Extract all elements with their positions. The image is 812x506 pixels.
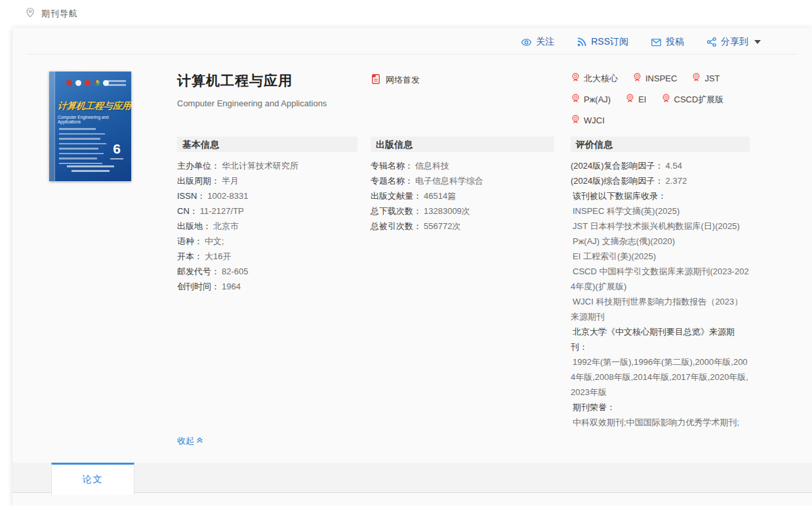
- basic-info-item: CN：11-2127/TP: [177, 203, 357, 219]
- journal-badge: WJCI: [571, 114, 605, 127]
- cover-title: 计算机工程与应用: [57, 100, 129, 112]
- publish-info-header: 出版信息: [371, 137, 554, 152]
- cover-issn-lines: [108, 80, 126, 88]
- cover-publisher-lines: [49, 165, 131, 175]
- location-pin-icon: [25, 7, 35, 20]
- journal-badge: 北大核心: [571, 72, 618, 85]
- publish-info-item: 出版文献量：46514篇: [371, 188, 554, 203]
- journal-badge: JST: [691, 72, 720, 85]
- basic-info-item: 创刊时间：1964: [177, 279, 357, 294]
- basic-info-column: 基本信息 主办单位：华北计算技术研究所 出版周期：半月: [177, 137, 357, 430]
- journal-cover[interactable]: 计算机工程与应用 Computer Engineering and Applic…: [49, 72, 131, 181]
- evaluation-line: 1992年(第一版),1996年(第二版),2000年版,2004年版,2008…: [571, 354, 750, 400]
- share-button[interactable]: 分享到: [706, 36, 761, 48]
- envelope-icon: [651, 37, 662, 48]
- badge-label: INSPEC: [645, 74, 677, 83]
- medal-icon: [632, 72, 642, 85]
- evaluation-line: 该刊被以下数据库收录：: [571, 188, 750, 203]
- tab-strip: 论文: [12, 463, 812, 493]
- journal-badge: INSPEC: [632, 72, 677, 85]
- publish-info-item: 专辑名称：信息科技: [371, 158, 554, 173]
- publish-info-item: 总下载次数：13283009次: [371, 203, 554, 219]
- evaluation-line: (2024版)综合影响因子：2.372: [571, 173, 750, 188]
- follow-button[interactable]: 关注: [521, 36, 554, 48]
- badge-label: 北大核心: [584, 73, 618, 85]
- evaluation-line: 中科双效期刊;中国国际影响力优秀学术期刊;: [571, 415, 750, 430]
- basic-info-item: 主办单位：华北计算技术研究所: [177, 158, 357, 173]
- publish-info-item: 专题名称：电子信息科学综合: [371, 173, 554, 188]
- evaluation-line: 北京大学《中文核心期刊要目总览》来源期刊：: [571, 324, 750, 354]
- rss-label: RSS订阅: [591, 36, 628, 48]
- rss-icon: [577, 37, 587, 47]
- toolbar: 关注 RSS订阅 投稿 分享到: [12, 28, 812, 54]
- cover-issue-number: 6: [110, 141, 123, 159]
- cover-logos: [66, 80, 109, 86]
- badge-label: JST: [704, 74, 720, 83]
- journal-badge: Pж(AJ): [571, 93, 611, 106]
- basic-info-item: 邮发代号：82-605: [177, 264, 357, 279]
- web-first-badge[interactable]: 网络首发: [371, 74, 420, 87]
- tab-papers[interactable]: 论文: [51, 463, 134, 495]
- follow-label: 关注: [536, 36, 554, 48]
- share-label: 分享到: [721, 36, 748, 48]
- medal-icon: [571, 72, 580, 85]
- basic-info-item: 出版地：北京市: [177, 219, 357, 234]
- cover-title-en: Computer Engineering and Applications: [58, 115, 129, 124]
- document-icon: [371, 74, 381, 87]
- publish-info-column: 出版信息 专辑名称：信息科技 专题名称：电子信息科学综合: [371, 137, 554, 430]
- journal-badge: EI: [625, 93, 646, 106]
- medal-icon: [661, 93, 671, 106]
- breadcrumb-label: 期刊导航: [41, 8, 78, 20]
- evaluation-line: 期刊荣誉：: [571, 400, 750, 415]
- caret-down-icon: [754, 40, 761, 44]
- evaluation-info-column: 评价信息 (2024版)复合影响因子：4.54 (2024版)综合影响因子：2.…: [571, 137, 750, 430]
- contribute-button[interactable]: 投稿: [651, 36, 684, 48]
- evaluation-line: EI 工程索引(美)(2025): [571, 249, 750, 264]
- badge-label: EI: [638, 95, 646, 104]
- journal-badge: CSCD扩展版: [661, 93, 724, 106]
- web-first-label: 网络首发: [386, 74, 420, 86]
- basic-info-header: 基本信息: [177, 137, 357, 152]
- journal-title: 计算机工程与应用: [177, 72, 371, 90]
- evaluation-line: Pж(AJ) 文摘杂志(俄)(2020): [571, 234, 750, 249]
- badge-label: CSCD扩展版: [674, 94, 724, 106]
- evaluation-line: CSCD 中国科学引文数据库来源期刊(2023-2024年度)(扩展版): [571, 264, 750, 294]
- badge-label: WJCI: [584, 116, 605, 125]
- medal-icon: [691, 72, 701, 85]
- evaluation-line: (2024版)复合影响因子：4.54: [571, 158, 750, 173]
- badge-list: 北大核心 INSPEC JST: [571, 72, 762, 127]
- basic-info-item: 开本：大16开: [177, 249, 357, 264]
- cover-spine: [49, 72, 55, 181]
- journal-section: 计算机工程与应用 Computer Engineering and Applic…: [12, 54, 812, 447]
- badge-label: Pж(AJ): [584, 95, 611, 104]
- chevron-double-up-icon: [195, 436, 204, 446]
- basic-info-item: 语种：中文;: [177, 234, 357, 249]
- breadcrumb: 期刊导航: [0, 0, 812, 28]
- contribute-label: 投稿: [666, 36, 684, 48]
- basic-info-item: ISSN：1002-8331: [177, 188, 357, 203]
- journal-title-en: Computer Engineering and Applications: [177, 98, 371, 108]
- evaluation-line: WJCI 科技期刊世界影响力指数报告（2023） 来源期刊: [571, 294, 750, 324]
- publish-info-item: 总被引次数：556772次: [371, 219, 554, 234]
- evaluation-line: JST 日本科学技术振兴机构数据库(日)(2025): [571, 219, 750, 234]
- basic-info-item: 出版周期：半月: [177, 173, 357, 188]
- collapse-link[interactable]: 收起: [177, 435, 204, 447]
- eye-icon: [521, 37, 532, 48]
- journal-card: 关注 RSS订阅 投稿 分享到 计算机工程与应用 Computer Engine…: [12, 28, 812, 506]
- medal-icon: [571, 93, 580, 106]
- evaluation-line: INSPEC 科学文摘(英)(2025): [571, 203, 750, 219]
- evaluation-info-header: 评价信息: [571, 137, 750, 152]
- collapse-label: 收起: [177, 435, 194, 447]
- medal-icon: [625, 93, 635, 106]
- cover-article-lines: [59, 128, 106, 167]
- rss-button[interactable]: RSS订阅: [577, 36, 628, 48]
- medal-icon: [571, 114, 580, 127]
- share-icon: [706, 37, 717, 47]
